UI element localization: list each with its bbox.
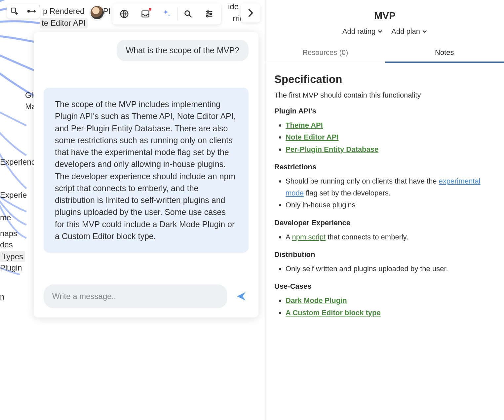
bg-node-ide: ide xyxy=(228,2,239,11)
avatar[interactable] xyxy=(90,5,104,20)
add-node-icon[interactable] xyxy=(10,7,19,16)
details-sidebar: MVP Add rating Add plan Resources (0) No… xyxy=(265,0,504,420)
settings-sliders-icon[interactable] xyxy=(199,5,220,22)
list-item: Per-Plugin Entity Database xyxy=(286,144,495,155)
text-fragment: flag set by the developers. xyxy=(304,189,391,197)
list-item: Only self written and plugins uploaded b… xyxy=(286,263,495,275)
chat-input[interactable] xyxy=(44,284,227,308)
svg-point-16 xyxy=(207,16,208,17)
sidebar-actions: Add rating Add plan xyxy=(266,27,504,44)
expand-chevron-icon[interactable] xyxy=(241,3,260,22)
ai-message: The scope of the MVP includes implementi… xyxy=(44,88,249,253)
add-rating-button[interactable]: Add rating xyxy=(342,27,383,36)
chat-scroll: What is the scope of the MVP? The scope … xyxy=(34,32,258,278)
list-item: Only in-house plugins xyxy=(286,199,495,211)
send-button[interactable] xyxy=(234,289,249,304)
list-item: Dark Mode Plugin xyxy=(286,295,495,307)
tab-resources[interactable]: Resources (0) xyxy=(266,44,385,63)
svg-point-12 xyxy=(207,11,209,13)
link-npm-script[interactable]: npm script xyxy=(292,233,326,241)
svg-rect-0 xyxy=(11,8,16,12)
user-message: What is the scope of the MVP? xyxy=(117,40,249,61)
bg-node-global: Gl xyxy=(25,91,33,100)
bg-node-editor-api: te Editor API xyxy=(40,18,88,28)
heading-distribution: Distribution xyxy=(274,250,495,259)
sidebar-title: MVP xyxy=(266,0,504,27)
chevron-down-icon xyxy=(422,29,427,34)
add-plan-label: Add plan xyxy=(391,27,420,36)
add-plan-button[interactable]: Add plan xyxy=(391,27,427,36)
search-icon[interactable] xyxy=(177,5,199,22)
link-dark-mode-plugin[interactable]: Dark Mode Plugin xyxy=(286,296,347,305)
top-left-toolbar xyxy=(7,4,40,19)
bg-node-me: me xyxy=(0,213,11,222)
text-fragment: Should be running only on clients that h… xyxy=(286,177,439,185)
list-item: A Custom Editor block type xyxy=(286,307,495,319)
notification-dot xyxy=(149,8,151,11)
svg-point-14 xyxy=(210,13,212,15)
list-item: Theme API xyxy=(286,119,495,131)
svg-line-10 xyxy=(189,15,192,18)
bg-node-naps: naps xyxy=(0,229,17,238)
inbox-icon[interactable] xyxy=(135,5,156,22)
heading-use-cases: Use-Cases xyxy=(274,282,495,291)
bg-node-types: Types xyxy=(0,251,25,262)
heading-restrictions: Restrictions xyxy=(274,163,495,171)
bg-node-des: des xyxy=(0,240,13,249)
list-item: Should be running only on clients that h… xyxy=(286,175,495,199)
tab-notes[interactable]: Notes xyxy=(385,44,504,63)
heading-dev-experience: Developer Experience xyxy=(274,219,495,227)
spec-heading: Specification xyxy=(274,73,495,86)
bg-node-plugin: Plugin xyxy=(0,263,22,273)
svg-point-3 xyxy=(28,10,30,12)
list-item: Note Editor API xyxy=(286,131,495,143)
chat-panel: What is the scope of the MVP? The scope … xyxy=(34,32,258,317)
add-rating-label: Add rating xyxy=(342,27,375,36)
text-fragment: that connects to emberly. xyxy=(326,233,408,241)
heading-plugin-apis: Plugin API's xyxy=(274,107,495,115)
ai-sparkle-icon[interactable] xyxy=(156,5,177,22)
sidebar-tabs: Resources (0) Notes xyxy=(266,44,504,63)
bg-node-rendered: p Rendered xyxy=(43,7,84,16)
center-toolbar xyxy=(112,3,221,24)
chat-input-row xyxy=(34,278,258,317)
bg-node-experience-1: Experienc xyxy=(0,157,35,167)
svg-point-9 xyxy=(185,11,190,16)
link-theme-api[interactable]: Theme API xyxy=(286,121,323,129)
connect-node-icon[interactable] xyxy=(27,7,36,16)
chevron-down-icon xyxy=(377,29,383,34)
link-per-plugin-db[interactable]: Per-Plugin Entity Database xyxy=(286,145,378,153)
link-custom-editor-block[interactable]: A Custom Editor block type xyxy=(286,309,381,317)
text-fragment: A xyxy=(286,233,292,241)
notes-content: Specification The first MVP should conta… xyxy=(266,63,504,331)
bg-node-experience-2: Experie xyxy=(0,190,27,200)
list-item: A npm script that connects to emberly. xyxy=(286,231,495,243)
bg-node-n: n xyxy=(0,292,4,302)
globe-icon[interactable] xyxy=(114,5,135,22)
link-note-editor-api[interactable]: Note Editor API xyxy=(286,133,339,141)
spec-subtitle: The first MVP should contain this functi… xyxy=(274,91,495,100)
